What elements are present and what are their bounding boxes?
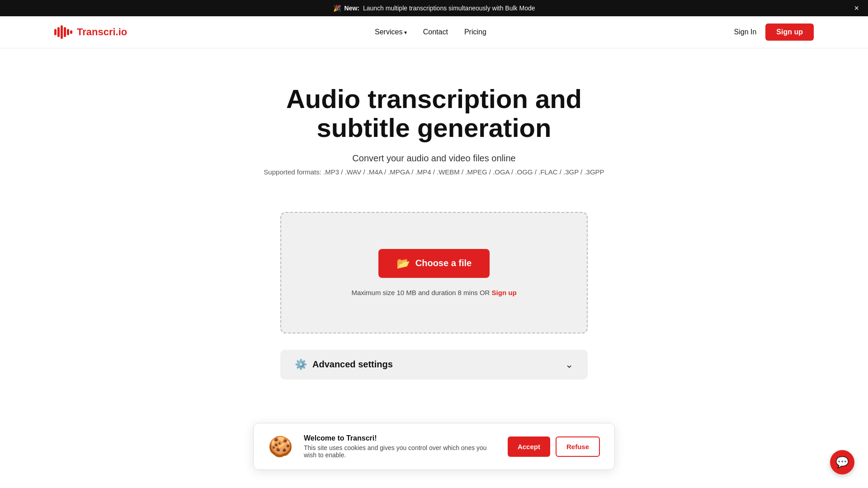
announcement-close-button[interactable]: × (854, 4, 859, 12)
upload-signup-link[interactable]: Sign up (492, 289, 517, 296)
advanced-settings-bar[interactable]: ⚙️ Advanced settings ⌄ (280, 350, 588, 380)
announcement-new-label: New: (344, 5, 359, 12)
hero-formats: Supported formats: .MP3 / .WAV / .M4A / … (9, 168, 859, 176)
cookie-actions: Accept Refuse (508, 436, 600, 457)
signup-button[interactable]: Sign up (765, 23, 814, 41)
nav-item-pricing[interactable]: Pricing (464, 28, 486, 36)
logo[interactable]: Transcri.io (54, 25, 127, 39)
hero-section: Audio transcription and subtitle generat… (0, 48, 868, 194)
cookie-icon: 🍪 (268, 435, 293, 458)
logo-waveform-icon (54, 25, 72, 39)
cookie-accept-button[interactable]: Accept (508, 436, 550, 457)
upload-info: Maximum size 10 MB and duration 8 mins O… (351, 289, 516, 296)
navbar: Transcri.io Services Contact Pricing Sig… (0, 16, 868, 48)
gear-icon: ⚙️ (295, 359, 307, 371)
hero-subtitle: Convert your audio and video files onlin… (9, 153, 859, 164)
signin-button[interactable]: Sign In (734, 28, 757, 36)
chevron-down-icon: ⌄ (565, 359, 573, 371)
hero-title: Audio transcription and subtitle generat… (276, 84, 592, 142)
upload-section: 📂 Choose a file Maximum size 10 MB and d… (280, 212, 588, 333)
advanced-settings-label: Advanced settings (312, 359, 393, 370)
nav-links: Services Contact Pricing (375, 28, 486, 36)
cookie-refuse-button[interactable]: Refuse (556, 436, 600, 457)
choose-file-button[interactable]: 📂 Choose a file (378, 249, 490, 278)
chat-bubble-button[interactable]: 💬 (830, 450, 854, 474)
nav-item-services[interactable]: Services (375, 28, 407, 36)
announcement-bar: 🎉 New: Launch multiple transcriptions si… (0, 0, 868, 16)
cookie-banner: 🍪 Welcome to Transcri! This site uses co… (253, 423, 615, 470)
nav-item-contact[interactable]: Contact (423, 28, 448, 36)
cookie-text: Welcome to Transcri! This site uses cook… (304, 434, 497, 459)
cookie-description: This site uses cookies and gives you con… (304, 444, 497, 459)
cookie-welcome-text: Welcome to Transcri! (304, 434, 497, 442)
chat-icon: 💬 (835, 456, 849, 469)
folder-icon: 📂 (396, 257, 410, 270)
nav-auth: Sign In Sign up (734, 23, 814, 41)
announcement-message: Launch multiple transcriptions simultane… (363, 5, 535, 12)
announcement-emoji: 🎉 (333, 5, 341, 12)
upload-dropzone[interactable]: 📂 Choose a file Maximum size 10 MB and d… (280, 212, 588, 333)
logo-text: Transcri.io (77, 26, 127, 38)
